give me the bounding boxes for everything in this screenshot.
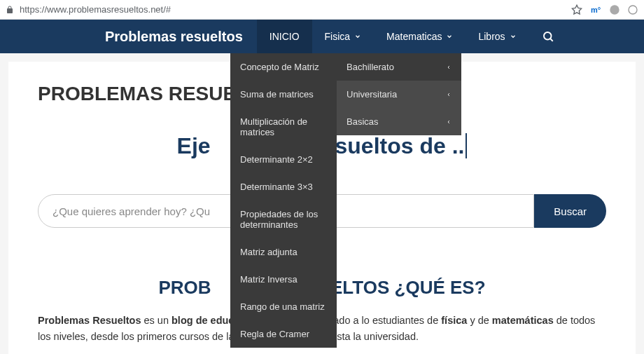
intro-bold: matemáticas [492, 315, 554, 326]
intro-bold: física [441, 315, 467, 326]
dropdown-item-universitaria[interactable]: Universitaria [337, 81, 461, 108]
section-prefix: PROB [158, 277, 211, 298]
chevron-down-icon [510, 33, 517, 40]
dropdown-item-rango[interactable]: Rango de una matriz [230, 293, 337, 320]
dropdown-item-inversa[interactable]: Matriz Inversa [230, 266, 337, 293]
dropdown-item-basicas[interactable]: Basicas [337, 108, 461, 135]
chevron-down-icon [354, 33, 361, 40]
dropdown-item-multiplicacion[interactable]: Multiplicación de matrices [230, 108, 337, 146]
nav-matematicas-label: Matematicas [386, 31, 442, 42]
movistar-icon[interactable]: m° [589, 5, 602, 15]
brand-logo[interactable]: Problemas resueltos [105, 29, 243, 45]
dropdown-item-cramer[interactable]: Regla de Cramer [230, 320, 337, 348]
dropdown-item-concepto-matriz[interactable]: Concepto de Matriz [230, 53, 337, 81]
chevron-down-icon [446, 33, 453, 40]
dropdown-item-suma-matrices[interactable]: Suma de matrices [230, 81, 337, 108]
dropdown-item-propiedades[interactable]: Propiedades de los determinantes [230, 200, 337, 238]
nav-inicio[interactable]: INICIO [257, 20, 312, 53]
intro-bold: Problemas Resueltos [38, 315, 141, 326]
dropdown-item-bachillerato[interactable]: Bachillerato [337, 53, 461, 81]
svg-point-2 [629, 6, 637, 14]
dropdown-item-det-3x3[interactable]: Determinante 3×3 [230, 173, 337, 200]
nav-libros[interactable]: Libros [465, 20, 528, 53]
intro-text: es un [141, 315, 172, 326]
chevron-left-icon [446, 92, 451, 97]
dropdown-item-label: Basicas [346, 116, 379, 127]
svg-point-1 [610, 5, 619, 14]
nav-search-button[interactable] [529, 20, 567, 53]
hero-prefix: Eje [177, 133, 211, 158]
dropdown-item-label: Bachillerato [346, 62, 394, 72]
dropdown-matematicas: Bachillerato Universitaria Basicas [337, 53, 461, 135]
dropdown-item-adjunta[interactable]: Matriz adjunta [230, 238, 337, 266]
main-navigation: Problemas resueltos INICIO Fisica Matema… [0, 20, 644, 53]
nav-matematicas[interactable]: Matematicas [374, 20, 465, 53]
chevron-left-icon [446, 64, 451, 70]
nav-libros-label: Libros [478, 31, 505, 42]
url-text[interactable]: https://www.problemasresueltos.net/# [20, 4, 566, 15]
nav-fisica[interactable]: Fisica [312, 20, 374, 53]
search-button[interactable]: Buscar [534, 194, 606, 228]
profile-icon[interactable] [609, 4, 620, 15]
dropdown-matrices: Concepto de Matriz Suma de matrices Mult… [230, 53, 337, 348]
star-icon[interactable] [571, 4, 582, 15]
chevron-left-icon [446, 119, 451, 125]
browser-actions: m° [571, 4, 638, 15]
hero-suffix: sueltos de .. [335, 133, 467, 158]
nav-fisica-label: Fisica [325, 31, 351, 42]
extension-icon[interactable] [627, 4, 638, 15]
svg-line-4 [550, 39, 552, 41]
nav-inicio-label: INICIO [270, 31, 300, 42]
section-suffix: ELTOS ¿QUÉ ES? [330, 277, 486, 298]
svg-marker-0 [572, 5, 581, 14]
browser-address-bar: https://www.problemasresueltos.net/# m° [0, 0, 644, 20]
dropdown-item-det-2x2[interactable]: Determinante 2×2 [230, 146, 337, 173]
intro-text: y de [467, 315, 491, 326]
dropdown-item-label: Universitaria [346, 89, 397, 100]
lock-icon [6, 6, 14, 14]
svg-point-3 [544, 32, 552, 40]
